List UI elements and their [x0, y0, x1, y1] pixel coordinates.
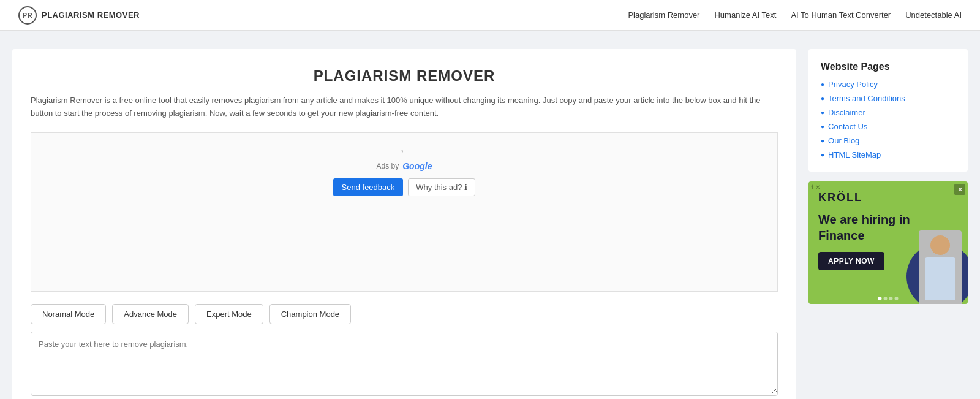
person-head	[930, 235, 950, 255]
ad-info-icon: ℹ ✕	[811, 184, 820, 191]
back-arrow[interactable]: ←	[399, 145, 409, 156]
list-item: Our Blog	[821, 136, 956, 145]
logo-icon: PR	[18, 6, 37, 25]
ad-container: ← Ads by Google Send feedback Why this a…	[31, 132, 778, 292]
ad-buttons: Send feedback Why this ad? ℹ	[43, 178, 765, 196]
list-item: Terms and Conditions	[821, 94, 956, 103]
sidebar-ad: ℹ ✕ ✕ KRÖLL We are hiring in Finance APP…	[809, 181, 968, 304]
main-nav: Plagiarism Remover Humanize AI Text AI T…	[628, 10, 962, 20]
person-body	[925, 257, 956, 300]
website-pages-card: Website Pages Privacy Policy Terms and C…	[809, 49, 968, 172]
nav-humanize-ai[interactable]: Humanize AI Text	[714, 10, 776, 20]
ads-by-label: Ads by	[377, 162, 399, 170]
google-label: Google	[402, 161, 432, 171]
tab-expert-mode[interactable]: Expert Mode	[195, 304, 263, 324]
sidebar: Website Pages Privacy Policy Terms and C…	[809, 49, 968, 399]
why-ad-button[interactable]: Why this ad? ℹ	[408, 178, 475, 196]
link-terms[interactable]: Terms and Conditions	[828, 94, 905, 103]
send-feedback-button[interactable]: Send feedback	[333, 178, 404, 196]
ad-carousel-dots	[878, 297, 899, 300]
nav-ai-to-human[interactable]: AI To Human Text Converter	[791, 10, 891, 20]
sidebar-ad-cta-button[interactable]: APPLY NOW	[818, 252, 884, 270]
mode-tabs: Noramal Mode Advance Mode Expert Mode Ch…	[31, 304, 778, 324]
list-item: Privacy Policy	[821, 80, 956, 89]
ad-dot	[878, 297, 882, 300]
page-title: PLAGIARISM REMOVER	[31, 67, 778, 85]
nav-undetectable[interactable]: Undetectable AI	[905, 10, 962, 20]
ad-dot	[895, 297, 899, 300]
ad-dot	[884, 297, 888, 300]
list-item: HTML SiteMap	[821, 150, 956, 159]
list-item: Contact Us	[821, 122, 956, 131]
sidebar-ad-logo: KRÖLL	[818, 191, 958, 204]
ad-person-image	[919, 230, 962, 304]
sidebar-ad-close-button[interactable]: ✕	[954, 184, 965, 195]
info-icon: ℹ	[464, 183, 467, 192]
page-description: Plagiarism Remover is a free online tool…	[31, 94, 778, 120]
sidebar-pages-title: Website Pages	[821, 61, 956, 72]
link-privacy-policy[interactable]: Privacy Policy	[828, 80, 878, 89]
sidebar-links: Privacy Policy Terms and Conditions Disc…	[821, 80, 956, 159]
text-area-wrapper	[31, 332, 778, 396]
link-blog[interactable]: Our Blog	[828, 136, 859, 145]
ad-header: Ads by Google	[43, 161, 765, 171]
logo: PR PLAGIARISM REMOVER	[18, 6, 140, 25]
main-content: PLAGIARISM REMOVER Plagiarism Remover is…	[12, 49, 796, 399]
link-sitemap[interactable]: HTML SiteMap	[828, 150, 881, 159]
nav-plagiarism-remover[interactable]: Plagiarism Remover	[628, 10, 699, 20]
brand-name: PLAGIARISM REMOVER	[42, 10, 140, 20]
text-input[interactable]	[31, 332, 777, 393]
header: PR PLAGIARISM REMOVER Plagiarism Remover…	[0, 0, 980, 31]
link-disclaimer[interactable]: Disclaimer	[828, 108, 865, 117]
ad-dot	[889, 297, 893, 300]
tab-advance-mode[interactable]: Advance Mode	[112, 304, 189, 324]
list-item: Disclaimer	[821, 108, 956, 117]
link-contact[interactable]: Contact Us	[828, 122, 867, 131]
tab-normal-mode[interactable]: Noramal Mode	[31, 304, 106, 324]
tab-champion-mode[interactable]: Champion Mode	[270, 304, 351, 324]
page-wrapper: PLAGIARISM REMOVER Plagiarism Remover is…	[0, 31, 980, 399]
